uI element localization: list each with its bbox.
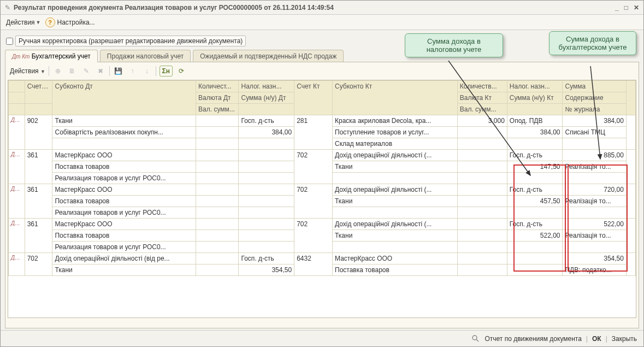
table-cell: Госп. д-сть [239,115,294,127]
table-cell [457,150,507,161]
actions-label: Действия [6,19,35,26]
tab-vat[interactable]: Ожидаемый и подтвержденный НДС продаж [193,50,344,62]
header-journal[interactable]: № журнала [563,104,626,115]
header-valsum-kt[interactable]: Вал. сумм... [457,104,507,115]
table-cell [457,230,507,242]
table-cell [239,230,294,242]
table-cell: Поступление товаров и услуг... [333,127,458,138]
table-cell [239,207,294,219]
window-icon: ✎ [5,4,10,11]
table-cell: Ткани [52,115,196,127]
table-cell: МастерКрасс ООО [52,184,196,196]
table-cell [626,219,635,253]
grid-actions-menu[interactable]: Действия ▼ [10,67,45,75]
close-button[interactable]: ✕ [634,4,639,11]
table-cell: Ткани [333,161,458,173]
table-cell [196,242,239,253]
table-cell [457,173,507,184]
header-qty-dt[interactable]: Количест... [196,81,239,92]
header-acct-dt[interactable]: Счет Дт [25,81,52,104]
table-cell [239,138,294,150]
header-sub-dt[interactable]: Субконто Дт [52,81,196,115]
table-row[interactable]: Дт Кт702Дохід операційної діяльності (ві… [9,253,636,264]
table-cell: 457,50 [507,196,563,207]
table-cell [626,184,635,219]
save-icon[interactable]: 💾 [113,66,124,77]
table-row[interactable]: Дт Кт361 МастерКрасс ООО702Дохід операці… [9,184,636,196]
table-cell: 702 [25,253,52,276]
tab-sales-tax[interactable]: Продажи налоговый учет [100,50,191,62]
header-cur-kt[interactable]: Валюта Кт [457,92,507,104]
add-icon[interactable]: ⊕ [52,66,63,77]
window-title: Результат проведения документа Реализаци… [14,4,615,11]
header-content[interactable]: Содержание [563,92,626,104]
table-row[interactable]: Дт Кт361 МастерКрасс ООО702Дохід операці… [9,150,636,161]
table-cell [457,207,507,219]
table-cell [457,184,507,196]
callout-accounting-income: Сумма дохода в бухгалтерском учете [549,31,636,55]
table-cell: 384,00 [507,127,563,138]
header-sum[interactable]: Сумма [563,81,626,92]
table-row[interactable]: Дт Кт902ТканиГосп. д-сть281Краска акрило… [9,115,636,127]
table-cell: Реалізація то... [563,230,626,242]
actions-menu[interactable]: Действия ▼ [4,17,43,27]
table-cell [196,264,239,276]
table-cell [563,138,626,150]
table-cell: 354,50 [563,253,626,264]
table-cell [333,173,458,184]
header-sum-nu-dt[interactable]: Сумма (н/у) Дт [239,92,294,104]
delete-icon[interactable]: ✖ [95,66,106,77]
table-cell [563,173,626,184]
edit-icon[interactable]: ✎ [81,66,92,77]
header-mark[interactable] [9,81,25,92]
header-qty-kt[interactable]: Количеств... [457,81,507,92]
table-cell [507,173,563,184]
table-cell: 522,00 [507,230,563,242]
refresh-icon[interactable]: ⟳ [176,66,187,77]
table-cell [333,242,458,253]
header-tax-dt[interactable]: Налог. назн... [239,81,294,92]
table-cell [507,242,563,253]
table-cell: Дт Кт [9,253,25,276]
header-valsum-dt[interactable]: Вал. сумм... [196,104,239,115]
table-cell: Госп. д-сть [507,150,563,161]
table-cell: Дохід операційної діяльності (... [333,219,458,230]
table-cell [196,230,239,242]
copy-icon[interactable]: 🗎 [67,66,78,77]
chevron-down-icon: ▼ [40,69,45,74]
table-cell: 281 [294,115,333,150]
table-cell [196,173,239,184]
close-link[interactable]: Закрыть [612,335,637,343]
table-cell: 902 [25,115,52,150]
move-down-icon[interactable]: ↓ [141,66,152,77]
table-cell: 384,00 [563,115,626,127]
table-cell [457,253,507,264]
table-cell [507,264,563,276]
maximize-button[interactable]: □ [624,4,628,11]
table-row[interactable]: Дт Кт361 МастерКрасс ООО702Дохід операці… [9,219,636,230]
header-sub-kt[interactable]: Субконто Кт [333,81,458,115]
header-acct-kt[interactable]: Счет Кт [294,81,333,115]
grid-header: Счет Дт Субконто Дт Количест... Налог. н… [9,81,636,115]
move-up-icon[interactable]: ↑ [127,66,138,77]
table-cell: Поставка товаров [52,230,196,242]
help-icon[interactable]: ? [45,17,55,27]
minimize-button[interactable]: _ [615,4,619,11]
report-link[interactable]: Отчет по движениям документа [485,335,581,343]
header-cur-dt[interactable]: Валюта Дт [196,92,239,104]
table-cell: Краска акриловая Decola, кра... [333,115,458,127]
tab-accounting[interactable]: Дт Кт Бухгалтерский учет [5,50,98,62]
settings-menu[interactable]: Настройка... [57,19,95,26]
ok-button[interactable]: ОК [592,335,601,343]
header-sum-nu-kt[interactable]: Сумма (н/у) Кт [507,92,563,104]
table-cell [457,127,507,138]
header-tax-kt[interactable]: Налог. назн... [507,81,563,92]
sigma-icon[interactable]: Σн [159,66,173,77]
grid[interactable]: Счет Дт Субконто Дт Количест... Налог. н… [8,80,636,318]
table-cell: Дт Кт [9,115,25,150]
table-cell [626,253,635,276]
table-cell: 361 [25,184,52,219]
manual-edit-checkbox[interactable] [6,38,13,45]
table-cell: Дохід операційної діяльності (... [333,150,458,161]
table-cell: 702 [294,184,333,219]
